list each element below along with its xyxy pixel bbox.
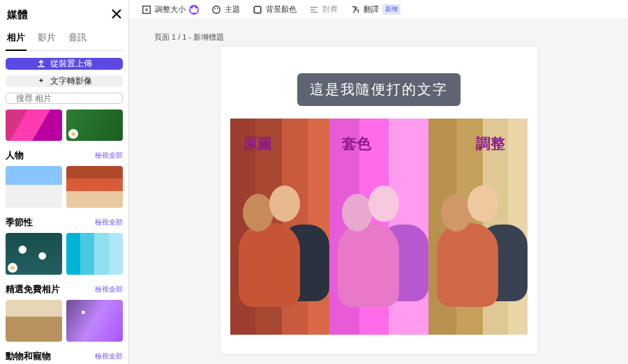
align-button[interactable]: 對齊 bbox=[309, 4, 338, 15]
photo-thumb[interactable] bbox=[6, 300, 62, 342]
tab-audio[interactable]: 音訊 bbox=[67, 27, 88, 50]
photo-thumb[interactable] bbox=[66, 233, 123, 275]
pro-badge-icon bbox=[68, 129, 78, 139]
view-all-free[interactable]: 檢視全部 bbox=[95, 285, 123, 294]
new-badge: 新增 bbox=[382, 4, 401, 15]
search-field[interactable] bbox=[16, 93, 121, 103]
media-tabs: 相片 影片 音訊 bbox=[6, 27, 123, 51]
translate-button[interactable]: 翻譯 新增 bbox=[350, 4, 401, 15]
pro-badge-icon bbox=[189, 5, 199, 15]
resize-icon bbox=[142, 5, 151, 15]
theme-button[interactable]: 主題 bbox=[211, 4, 240, 15]
view-all-animals[interactable]: 檢視全部 bbox=[95, 351, 123, 361]
canvas-area: 調整大小 主題 背景顏色 對齊 翻譯 新增 頁面 1 / 1 - 新增標題 這是… bbox=[129, 0, 628, 364]
bgcolor-icon bbox=[253, 5, 262, 15]
svg-point-2 bbox=[213, 6, 220, 13]
view-all-seasonal[interactable]: 檢視全部 bbox=[95, 218, 123, 227]
upload-button[interactable]: 從裝置上傳 bbox=[6, 58, 123, 70]
section-title-seasonal: 季節性 bbox=[6, 216, 33, 229]
photo-thumb[interactable] bbox=[66, 166, 123, 208]
context-toolbar: 調整大小 主題 背景顏色 對齊 翻譯 新增 bbox=[129, 0, 628, 20]
photo-thumb[interactable] bbox=[6, 109, 62, 141]
svg-rect-5 bbox=[254, 6, 261, 13]
label-adjust: 調整 bbox=[476, 134, 505, 153]
image-comparison[interactable]: 原圖 套色 調整 bbox=[230, 119, 528, 335]
close-icon[interactable] bbox=[112, 9, 121, 22]
pro-badge-icon bbox=[8, 263, 17, 273]
photo-thumb[interactable] bbox=[6, 233, 62, 275]
resize-button[interactable]: 調整大小 bbox=[142, 4, 199, 15]
svg-point-3 bbox=[214, 8, 216, 9]
view-all-people[interactable]: 檢視全部 bbox=[95, 151, 123, 160]
translate-icon bbox=[350, 5, 360, 15]
title-text-box[interactable]: 這是我隨便打的文字 bbox=[297, 73, 461, 106]
media-sidebar: 媒體 相片 影片 音訊 從裝置上傳 文字轉影像 人物 檢視全部 季節性 檢視全部 bbox=[0, 0, 129, 364]
sparkle-icon bbox=[36, 77, 46, 86]
tab-videos[interactable]: 影片 bbox=[36, 27, 57, 50]
label-tint: 套色 bbox=[342, 134, 371, 153]
upload-icon bbox=[36, 59, 46, 69]
search-input[interactable] bbox=[6, 93, 123, 104]
design-page[interactable]: 這是我隨便打的文字 原圖 套色 調整 bbox=[220, 47, 537, 354]
sidebar-title: 媒體 bbox=[7, 8, 28, 22]
section-title-people: 人物 bbox=[6, 149, 24, 162]
section-title-animals: 動物和寵物 bbox=[6, 350, 51, 363]
svg-point-4 bbox=[217, 8, 218, 9]
text-to-image-button[interactable]: 文字轉影像 bbox=[6, 75, 123, 87]
section-title-free: 精選免費相片 bbox=[6, 283, 60, 296]
bgcolor-button[interactable]: 背景顏色 bbox=[253, 4, 297, 15]
tab-photos[interactable]: 相片 bbox=[6, 27, 27, 51]
align-icon bbox=[309, 5, 319, 15]
photo-thumb[interactable] bbox=[66, 109, 123, 141]
palette-icon bbox=[211, 5, 221, 15]
photo-thumb[interactable] bbox=[6, 166, 62, 208]
photo-thumb[interactable] bbox=[66, 300, 123, 342]
page-label[interactable]: 頁面 1 / 1 - 新增標題 bbox=[154, 32, 603, 43]
label-original: 原圖 bbox=[243, 134, 272, 153]
